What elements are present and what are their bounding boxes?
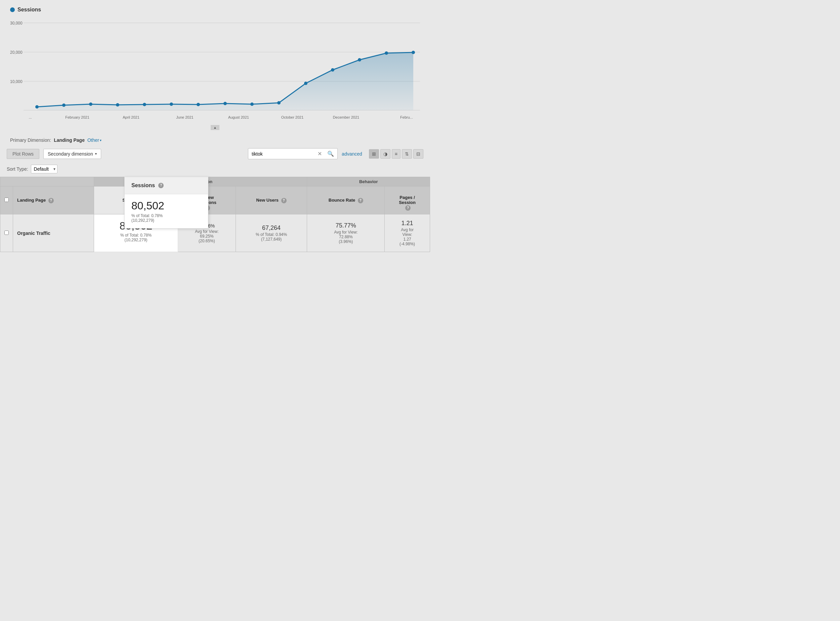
svg-text:February 2021: February 2021 [65,115,89,119]
row-checkbox-cell [0,214,13,252]
select-all-checkbox[interactable] [5,198,9,202]
page-wrapper: Sessions 30,000 20,000 10,000 [0,0,430,252]
new-users-header: New Users ? [236,186,307,214]
search-wrapper: ✕ 🔍 [248,148,338,159]
chart-container: 30,000 20,000 10,000 [10,16,420,124]
table-row: Organic Traffic 80,502 % of Total: 0.78%… [0,214,430,252]
pivot-view-button[interactable]: ⊟ [413,149,423,159]
svg-point-20 [358,58,361,62]
svg-point-15 [224,102,227,105]
toolbar: Plot Rows Secondary dimension ▾ ✕ 🔍 adva… [0,145,430,163]
svg-text:Febru...: Febru... [400,115,413,119]
bounce-rate-sub: Avg for View: 72.88% (3.96%) [311,230,380,244]
primary-dimension-label: Primary Dimension: [10,138,51,143]
bounce-rate-value: 75.77% [311,222,380,229]
plot-rows-button[interactable]: Plot Rows [7,149,39,159]
sort-select-wrapper: Default [31,165,58,173]
floating-card-header: Sessions ? [125,177,208,194]
data-table: Acquisition Behavior Landing Page ? Sess… [0,177,430,252]
bounce-rate-header: Bounce Rate ? [307,186,385,214]
collapse-arrow: ▲ [10,125,420,130]
sort-type-row: Sort Type: Default [0,163,430,177]
chart-legend: Sessions [10,7,420,13]
pivot-icon: ⊟ [416,151,420,157]
pie-view-button[interactable]: ◑ [380,149,390,159]
svg-text:20,000: 20,000 [10,50,23,55]
svg-point-11 [116,103,119,106]
pages-session-help-icon[interactable]: ? [405,205,410,211]
svg-text:...: ... [29,115,32,119]
secondary-dimension-button[interactable]: Secondary dimension ▾ [43,149,101,159]
bounce-rate-help-icon[interactable]: ? [358,198,363,203]
column-header-row: Landing Page ? Sessions ? % New Sessions… [0,186,430,214]
svg-text:10,000: 10,000 [10,79,23,84]
chart-legend-label: Sessions [17,7,41,13]
pie-icon: ◑ [383,151,387,157]
floating-sessions-sub: % of Total: 0.78% (10,292,279) [132,214,201,223]
pages-session-cell: 1.21 Avg for View: 1.27 (-4.98%) [385,214,430,252]
legend-dot [10,8,15,12]
svg-text:June 2021: June 2021 [176,115,193,119]
compare-view-button[interactable]: ⇅ [402,149,412,159]
svg-point-18 [304,82,307,85]
sessions-floating-card: Sessions ? 80,502 % of Total: 0.78% (10,… [124,177,208,229]
svg-point-21 [385,51,388,55]
floating-sessions-value: 80,502 [132,200,201,212]
new-users-help-icon[interactable]: ? [281,198,287,203]
bounce-rate-cell: 75.77% Avg for View: 72.88% (3.96%) [307,214,385,252]
floating-sessions-help-icon[interactable]: ? [158,183,163,188]
grid-view-button[interactable]: ⊞ [369,149,379,159]
pages-session-sub: Avg for View: 1.27 (-4.98%) [389,227,426,246]
list-icon: ≡ [395,151,398,157]
sessions-sub: % of Total: 0.78% (10,292,279) [101,233,171,242]
svg-point-14 [197,103,200,106]
svg-text:April 2021: April 2021 [123,115,139,119]
floating-card-body: 80,502 % of Total: 0.78% (10,292,279) [125,194,208,228]
list-view-button[interactable]: ≡ [392,149,401,159]
svg-point-19 [331,68,334,71]
chart-svg: 30,000 20,000 10,000 [10,16,420,124]
row-checkbox[interactable] [5,230,9,235]
pct-new-sessions-sub: Avg for View: 69.25% (20.65%) [182,229,232,243]
sort-type-label: Sort Type: [7,166,28,172]
compare-icon: ⇅ [405,151,409,157]
table-section: Acquisition Behavior Landing Page ? Sess… [0,177,430,252]
landing-page-header: Landing Page ? [13,186,94,214]
organic-traffic-label: Organic Traffic [17,230,50,236]
search-icon-button[interactable]: 🔍 [324,148,338,159]
landing-page-cell: Organic Traffic [13,214,94,252]
new-users-cell: 67,264 % of Total: 0.94% (7,127,649) [236,214,307,252]
svg-text:October 2021: October 2021 [281,115,304,119]
svg-point-17 [277,101,280,105]
pages-session-value: 1.21 [389,220,426,227]
new-users-value: 67,264 [240,224,303,232]
primary-dimension-row: Primary Dimension: Landing Page Other ▾ [0,133,430,145]
view-icons-group: ⊞ ◑ ≡ ⇅ ⊟ [369,149,423,159]
svg-text:December 2021: December 2021 [333,115,359,119]
svg-point-10 [89,103,92,106]
chart-section: Sessions 30,000 20,000 10,000 [0,0,430,133]
svg-point-22 [412,51,415,54]
svg-point-16 [250,103,254,106]
other-dimension-link[interactable]: Other ▾ [87,138,101,143]
search-clear-button[interactable]: ✕ [315,149,324,158]
svg-text:30,000: 30,000 [10,21,23,26]
advanced-link[interactable]: advanced [342,151,362,157]
sort-type-select[interactable]: Default [31,165,58,173]
pages-session-header: Pages / Session ? [385,186,430,214]
floating-sessions-title: Sessions [132,182,155,189]
svg-point-9 [62,103,65,107]
new-users-sub: % of Total: 0.94% (7,127,649) [240,232,303,242]
primary-dimension-value: Landing Page [54,138,85,143]
svg-point-13 [170,103,173,106]
search-input[interactable] [248,149,315,159]
search-icon: 🔍 [327,151,334,157]
behavior-section-header: Behavior [307,177,430,186]
secondary-dim-caret-icon: ▾ [95,152,97,156]
section-header-row: Acquisition Behavior [0,177,430,186]
landing-page-help-icon[interactable]: ? [48,198,54,203]
other-caret-icon: ▾ [100,138,101,142]
svg-text:August 2021: August 2021 [228,115,249,119]
svg-point-12 [143,103,146,106]
collapse-button[interactable]: ▲ [211,125,219,130]
